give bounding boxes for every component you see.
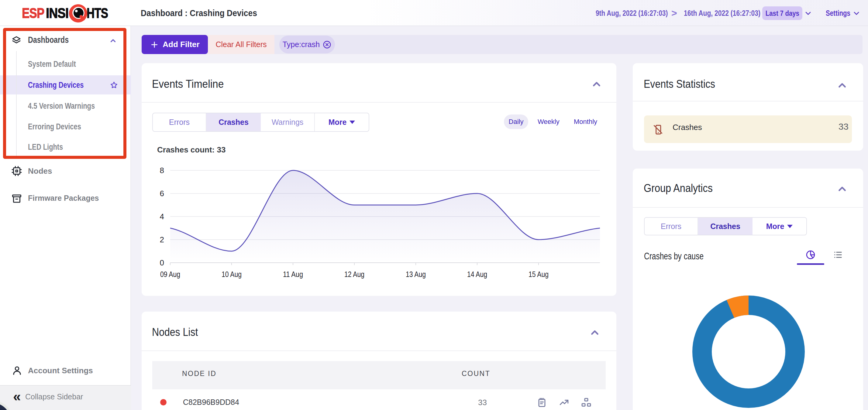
svg-text:11 Aug: 11 Aug (283, 270, 303, 279)
svg-text:14 Aug: 14 Aug (467, 270, 487, 279)
svg-text:4: 4 (160, 212, 164, 221)
svg-text:10 Aug: 10 Aug (222, 270, 242, 279)
svg-text:8: 8 (160, 166, 164, 175)
svg-text:2: 2 (160, 235, 164, 244)
svg-text:0: 0 (160, 258, 164, 267)
svg-text:15 Aug: 15 Aug (529, 270, 549, 279)
svg-text:12 Aug: 12 Aug (344, 270, 364, 279)
svg-text:13 Aug: 13 Aug (406, 270, 426, 279)
svg-text:6: 6 (160, 189, 164, 198)
svg-text:09 Aug: 09 Aug (160, 270, 180, 279)
